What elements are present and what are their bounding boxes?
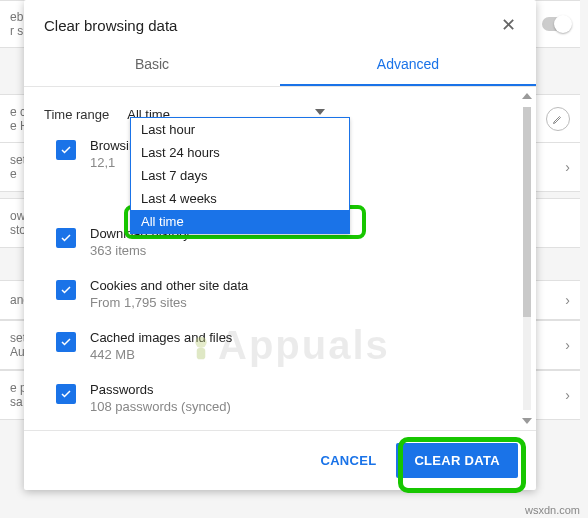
- chevron-down-icon: [315, 109, 325, 115]
- row-cached: Cached images and files 442 MB: [44, 322, 516, 374]
- time-range-label: Time range: [44, 107, 109, 122]
- row-title: Cookies and other site data: [90, 278, 248, 293]
- source-credit: wsxdn.com: [525, 504, 580, 516]
- close-icon[interactable]: ✕: [501, 16, 516, 34]
- checkbox-cookies[interactable]: [56, 280, 76, 300]
- row-sub: 363 items: [90, 243, 190, 258]
- tab-basic[interactable]: Basic: [24, 44, 280, 86]
- chevron-right-icon: ›: [565, 387, 570, 403]
- chevron-right-icon: ›: [565, 292, 570, 308]
- row-sub: From 1,795 sites: [90, 295, 248, 310]
- option-all-time[interactable]: All time: [131, 210, 349, 233]
- cancel-button[interactable]: CANCEL: [306, 443, 390, 478]
- clear-data-button[interactable]: CLEAR DATA: [396, 443, 518, 478]
- option-last-hour[interactable]: Last hour: [131, 118, 349, 141]
- checkbox-browsing-history[interactable]: [56, 140, 76, 160]
- tabs: Basic Advanced: [24, 44, 536, 87]
- option-last-24-hours[interactable]: Last 24 hours: [131, 141, 349, 164]
- option-last-7-days[interactable]: Last 7 days: [131, 164, 349, 187]
- scroll-down-icon[interactable]: [522, 418, 532, 424]
- option-last-4-weeks[interactable]: Last 4 weeks: [131, 187, 349, 210]
- scrollbar[interactable]: [520, 93, 534, 424]
- chevron-right-icon: ›: [565, 337, 570, 353]
- clear-browsing-data-dialog: Clear browsing data ✕ Basic Advanced Tim…: [24, 0, 536, 490]
- checkbox-passwords[interactable]: [56, 384, 76, 404]
- row-sub: 108 passwords (synced): [90, 399, 231, 414]
- toggle-icon: [542, 17, 570, 31]
- scroll-up-icon[interactable]: [522, 93, 532, 99]
- row-sub: 442 MB: [90, 347, 232, 362]
- chevron-right-icon: ›: [565, 159, 570, 175]
- tab-advanced[interactable]: Advanced: [280, 44, 536, 86]
- dialog-title: Clear browsing data: [44, 17, 177, 34]
- row-title: Cached images and files: [90, 330, 232, 345]
- scroll-track[interactable]: [523, 107, 531, 410]
- row-passwords: Passwords 108 passwords (synced): [44, 374, 516, 426]
- scroll-thumb[interactable]: [523, 107, 531, 317]
- row-cookies: Cookies and other site data From 1,795 s…: [44, 270, 516, 322]
- time-range-dropdown: Last hour Last 24 hours Last 7 days Last…: [130, 117, 350, 234]
- checkbox-download-history[interactable]: [56, 228, 76, 248]
- pencil-icon: [546, 107, 570, 131]
- row-title: Passwords: [90, 382, 231, 397]
- checkbox-cached[interactable]: [56, 332, 76, 352]
